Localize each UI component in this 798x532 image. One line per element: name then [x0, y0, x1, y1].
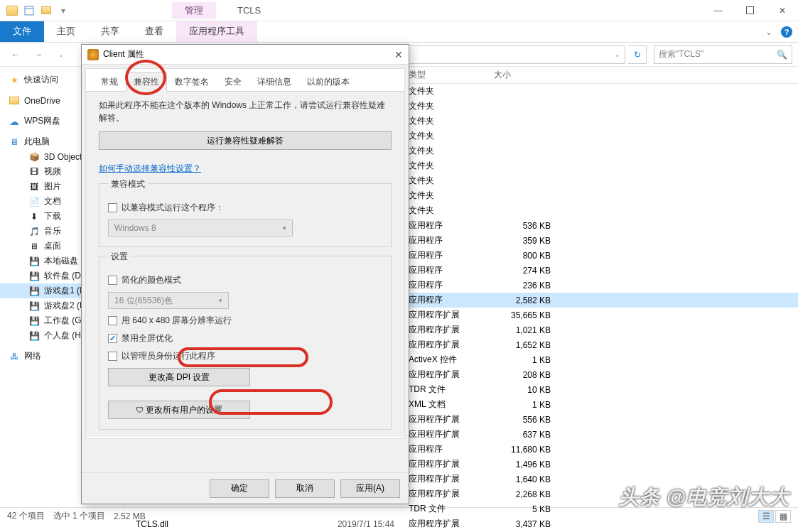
drive-icon: 🖥 [28, 241, 40, 252]
help-icon[interactable]: ? [781, 26, 792, 38]
forward-button[interactable]: → [28, 45, 48, 64]
dialog-tabs: 常规 兼容性 数字签名 安全 详细信息 以前的版本 [86, 69, 404, 92]
drive-icon: 🖼 [28, 181, 40, 192]
dialog-title: Client 属性 [103, 48, 144, 60]
drive-icon: 💾 [28, 330, 40, 342]
chevron-down-icon: ▾ [219, 297, 222, 304]
settings-group: 设置 简化的颜色模式 16 位(65536)色▾ 用 640 x 480 屏幕分… [99, 256, 392, 430]
folder-icon [4, 3, 20, 18]
apply-button[interactable]: 应用(A) [340, 479, 400, 498]
refresh-button[interactable]: ↻ [628, 45, 647, 64]
ok-button[interactable]: 确定 [210, 479, 269, 498]
disable-fullscreen-checkbox[interactable]: 禁用全屏优化 [108, 332, 382, 344]
drive-icon: 💾 [28, 286, 40, 297]
network-icon: 🖧 [9, 351, 20, 362]
col-type[interactable]: 类型 [409, 67, 494, 83]
drive-icon: 💾 [28, 315, 40, 327]
drive-icon: 📄 [28, 196, 40, 207]
app-icon [87, 49, 99, 60]
reduced-color-checkbox[interactable]: 简化的颜色模式 [108, 274, 382, 286]
compat-mode-title: 兼容模式 [108, 178, 148, 190]
shield-icon: 🛡 [136, 406, 144, 414]
drive-icon: 🎞 [28, 166, 40, 178]
address-dropdown-icon[interactable]: ⌄ [615, 51, 620, 58]
run-as-admin-checkbox[interactable]: 以管理员身份运行此程序 [108, 350, 382, 362]
recent-dropdown[interactable]: ⌄ [51, 45, 71, 64]
chevron-down-icon: ▾ [283, 224, 286, 232]
dialog-close-button[interactable]: ✕ [394, 49, 403, 60]
drive-icon: ⬇ [28, 211, 40, 222]
titlebar: ▾ 管理 TCLS — ✕ [0, 0, 798, 21]
cloud-icon: ☁ [9, 116, 20, 127]
quick-access-toolbar: ▾ [0, 3, 72, 18]
tab-compatibility[interactable]: 兼容性 [126, 72, 167, 92]
properties-dialog: Client 属性 ✕ 常规 兼容性 数字签名 安全 详细信息 以前的版本 如果… [81, 44, 409, 504]
drive-icon: 📦 [28, 151, 40, 163]
search-placeholder: 搜索"TCLS" [659, 48, 703, 60]
tab-general[interactable]: 常规 [93, 72, 126, 92]
drive-icon: 🎵 [28, 226, 40, 237]
ribbon-tabs: 文件 主页 共享 查看 应用程序工具 ⌄ ? [0, 21, 798, 43]
table-row[interactable]: TCLS.dll2019/7/1 15:44应用程序扩展3,437 KB [124, 516, 798, 531]
color-depth-combo: 16 位(65536)色▾ [108, 292, 229, 309]
compat-description: 如果此程序不能在这个版本的 Windows 上正常工作，请尝试运行兼容性疑难解答… [99, 99, 392, 124]
tab-view[interactable]: 查看 [132, 21, 176, 42]
status-item-count: 42 个项目 [7, 510, 45, 522]
dialog-body: 如果此程序不能在这个版本的 Windows 上正常工作，请尝试运行兼容性疑难解答… [86, 92, 404, 437]
qat-dropdown-icon[interactable]: ▾ [55, 3, 71, 18]
search-input[interactable]: 搜索"TCLS" 🔍 [654, 45, 792, 64]
settings-title: 设置 [108, 251, 131, 263]
tab-home[interactable]: 主页 [44, 21, 88, 42]
tab-app-tools[interactable]: 应用程序工具 [176, 21, 257, 42]
svg-rect-2 [747, 7, 754, 14]
res-640-checkbox[interactable]: 用 640 x 480 屏幕分辨率运行 [108, 315, 382, 327]
troubleshoot-button[interactable]: 运行兼容性疑难解答 [99, 131, 392, 150]
back-button[interactable]: ← [6, 45, 26, 64]
compat-mode-checkbox[interactable]: 以兼容模式运行这个程序： [108, 202, 382, 214]
tab-share[interactable]: 共享 [88, 21, 132, 42]
svg-rect-0 [25, 6, 33, 15]
drive-icon: 💾 [28, 300, 40, 312]
star-icon: ★ [9, 75, 20, 86]
compat-mode-combo: Windows 8▾ [108, 219, 293, 237]
cancel-button[interactable]: 取消 [275, 479, 335, 498]
tab-previous[interactable]: 以前的版本 [299, 72, 357, 92]
tab-signatures[interactable]: 数字签名 [167, 72, 217, 92]
minimize-button[interactable]: — [702, 1, 734, 21]
tab-security[interactable]: 安全 [217, 72, 249, 92]
maximize-button[interactable] [734, 1, 766, 21]
watermark: 头条 @电竞刘大大 [619, 484, 789, 511]
all-users-button[interactable]: 🛡 更改所有用户的设置 [108, 401, 250, 419]
onedrive-icon [9, 95, 20, 107]
tab-details[interactable]: 详细信息 [249, 72, 299, 92]
col-size[interactable]: 大小 [494, 67, 558, 83]
qat-properties-icon[interactable] [21, 3, 37, 18]
drive-icon: 💾 [28, 271, 40, 282]
contextual-tab-label: 管理 [172, 2, 216, 19]
close-button[interactable]: ✕ [766, 1, 798, 21]
qat-new-folder-icon[interactable] [38, 3, 54, 18]
search-icon: 🔍 [777, 50, 787, 60]
dialog-footer: 确定 取消 应用(A) [82, 472, 409, 504]
status-selected: 选中 1 个项目 [53, 510, 105, 522]
compat-mode-group: 兼容模式 以兼容模式运行这个程序： Windows 8▾ [99, 183, 392, 247]
dialog-titlebar[interactable]: Client 属性 ✕ [82, 45, 409, 65]
pc-icon: 🖥 [9, 136, 20, 148]
drive-icon: 💾 [28, 256, 40, 267]
window-title: TCLS [237, 5, 261, 16]
manual-settings-link[interactable]: 如何手动选择兼容性设置？ [99, 163, 201, 175]
file-tab[interactable]: 文件 [0, 21, 44, 42]
ribbon-expand-icon[interactable]: ⌄ [765, 27, 772, 37]
dpi-settings-button[interactable]: 更改高 DPI 设置 [108, 368, 250, 386]
